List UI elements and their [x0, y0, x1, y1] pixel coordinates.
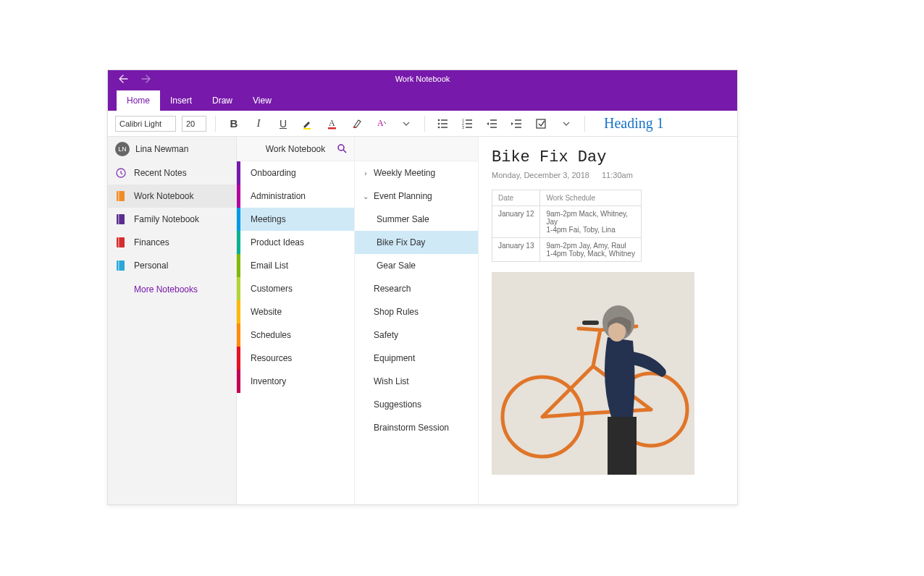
page-item[interactable]: Research — [355, 277, 478, 300]
page-item[interactable]: Safety — [355, 323, 478, 347]
notebook-item[interactable]: Personal — [108, 254, 236, 277]
page-item[interactable]: Suggestions — [355, 393, 478, 416]
bold-button[interactable]: B — [224, 114, 243, 133]
table-cell[interactable]: 9am-2pm Jay, Amy, Raul1-4pm Toby, Mack, … — [540, 238, 642, 262]
indent-button[interactable] — [508, 114, 526, 133]
page-item[interactable]: Equipment — [355, 347, 478, 370]
chevron-down-icon[interactable]: ⌄ — [362, 192, 369, 200]
font-color-button[interactable]: A — [323, 114, 342, 133]
page-label: Weekly Meeting — [374, 168, 435, 178]
titlebar: Work Notebook — [108, 70, 737, 88]
section-label: Schedules — [251, 330, 291, 340]
section-label: Email List — [251, 261, 288, 271]
back-button[interactable] — [118, 75, 128, 83]
svg-rect-13 — [118, 191, 119, 201]
notebooks-panel: LN Lina Newman Recent Notes Work Noteboo… — [108, 137, 237, 504]
notebook-name: Work Notebook — [266, 144, 325, 154]
svg-point-4 — [438, 119, 440, 121]
svg-rect-18 — [117, 261, 125, 271]
todo-tag-button[interactable] — [532, 114, 551, 133]
user-account[interactable]: LN Lina Newman — [108, 137, 236, 161]
page-item[interactable]: ›Weekly Meeting — [355, 161, 478, 185]
notebook-icon — [115, 190, 127, 202]
notebook-item[interactable]: Family Notebook — [108, 208, 236, 231]
svg-rect-15 — [118, 214, 119, 224]
underline-button[interactable]: U — [274, 114, 293, 133]
chevron-down-icon[interactable] — [557, 114, 576, 133]
notebook-icon — [115, 237, 127, 248]
ribbon-tabs: Home Insert Draw View — [108, 88, 737, 111]
page-label: Summer Sale — [377, 214, 429, 224]
divider — [584, 116, 585, 132]
table-cell[interactable]: 9am-2pm Mack, Whitney, Jay1-4pm Fai, Tob… — [540, 206, 642, 238]
page-item[interactable]: Bike Fix Day — [355, 231, 478, 254]
section-item[interactable]: Website — [237, 300, 354, 323]
section-item[interactable]: Schedules — [237, 323, 354, 347]
styles-gallery[interactable]: Heading 1 — [600, 115, 668, 132]
svg-rect-17 — [118, 237, 119, 247]
svg-point-6 — [438, 126, 440, 128]
tab-view[interactable]: View — [243, 90, 282, 111]
section-label: Onboarding — [251, 168, 296, 178]
svg-rect-14 — [117, 214, 125, 224]
chevron-right-icon[interactable]: › — [362, 169, 369, 177]
italic-button[interactable]: I — [249, 114, 268, 133]
notebook-item[interactable]: Finances — [108, 231, 236, 254]
section-item[interactable]: Administration — [237, 185, 354, 208]
section-item[interactable]: Email List — [237, 254, 354, 277]
svg-rect-19 — [118, 261, 119, 271]
table-row[interactable]: January 139am-2pm Jay, Amy, Raul1-4pm To… — [492, 238, 642, 262]
bullet-list-button[interactable] — [434, 114, 453, 133]
section-item[interactable]: Customers — [237, 277, 354, 300]
forward-button[interactable] — [141, 75, 151, 83]
highlight-button[interactable] — [298, 114, 317, 133]
page-title[interactable]: Bike Fix Day — [492, 148, 724, 166]
font-name-select[interactable]: Calibri Light — [115, 116, 176, 132]
notebook-item[interactable]: Work Notebook — [108, 185, 236, 208]
page-item[interactable]: Shop Rules — [355, 300, 478, 323]
divider — [215, 116, 216, 132]
page-label: Brainstorm Session — [374, 423, 449, 433]
format-painter-button[interactable]: A — [372, 114, 391, 133]
page-item[interactable]: Summer Sale — [355, 208, 478, 231]
page-item[interactable]: Wish List — [355, 370, 478, 393]
page-item[interactable]: Brainstorm Session — [355, 416, 478, 439]
table-cell[interactable]: January 12 — [492, 206, 540, 238]
svg-point-5 — [438, 122, 440, 124]
section-item[interactable]: Meetings — [237, 208, 354, 231]
more-notebooks-link[interactable]: More Notebooks — [108, 277, 236, 295]
svg-rect-12 — [117, 191, 125, 201]
embedded-image[interactable] — [492, 272, 694, 475]
tab-insert[interactable]: Insert — [160, 90, 202, 111]
page-label: Research — [374, 284, 411, 294]
schedule-table[interactable]: DateWork Schedule January 129am-2pm Mack… — [492, 190, 642, 262]
page-content[interactable]: Bike Fix Day Monday, December 3, 2018 11… — [479, 137, 737, 504]
sections-panel: Work Notebook OnboardingAdministrationMe… — [237, 137, 354, 504]
clock-icon — [115, 167, 127, 179]
numbered-list-button[interactable]: 123 — [458, 114, 477, 133]
section-item[interactable]: Onboarding — [237, 161, 354, 185]
page-label: Wish List — [374, 376, 409, 386]
outdent-button[interactable] — [483, 114, 502, 133]
section-label: Administration — [251, 191, 306, 201]
page-item[interactable]: ⌄Event Planning — [355, 185, 478, 208]
search-icon[interactable] — [337, 143, 347, 153]
section-label: Product Ideas — [251, 237, 304, 247]
onenote-window: Work Notebook Home Insert Draw View Cali… — [107, 69, 738, 505]
recent-notes[interactable]: Recent Notes — [108, 161, 236, 185]
pages-header — [355, 137, 478, 161]
section-item[interactable]: Product Ideas — [237, 231, 354, 254]
tab-home[interactable]: Home — [117, 90, 160, 111]
section-item[interactable]: Inventory — [237, 370, 354, 393]
table-cell[interactable]: January 13 — [492, 238, 540, 262]
clear-formatting-button[interactable] — [348, 114, 366, 133]
page-item[interactable]: Gear Sale — [355, 254, 478, 277]
svg-rect-16 — [117, 237, 125, 247]
page-label: Equipment — [374, 353, 415, 363]
tab-draw[interactable]: Draw — [202, 90, 243, 111]
table-row[interactable]: January 129am-2pm Mack, Whitney, Jay1-4p… — [492, 206, 642, 238]
chevron-down-icon[interactable] — [397, 114, 416, 133]
svg-text:A: A — [377, 118, 384, 128]
font-size-select[interactable]: 20 — [182, 116, 206, 132]
section-item[interactable]: Resources — [237, 347, 354, 370]
